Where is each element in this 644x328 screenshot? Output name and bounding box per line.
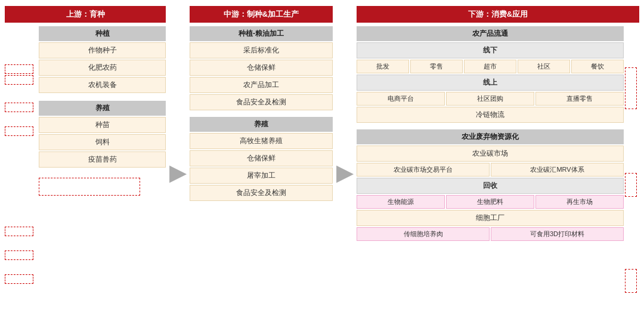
midstream-section2: 养殖 高牧生猪养殖 仓储保鲜 屠宰加工 食品安全及检测 bbox=[190, 117, 333, 201]
upstream-section2: 养殖 种苗 饲料 疫苗兽药 bbox=[39, 101, 166, 168]
cold-chain: 冷链物流 bbox=[357, 107, 624, 123]
midstream-header: 中游：制种&加工生产 bbox=[190, 6, 333, 23]
bracket-box-7 bbox=[5, 274, 33, 284]
offline-items-row: 批发 零售 超市 社区 餐饮 bbox=[357, 60, 624, 73]
online-item-2: 社区团购 bbox=[446, 92, 534, 106]
carbon-market: 农业碳市场 bbox=[357, 146, 624, 162]
bracket-box-5 bbox=[5, 227, 33, 236]
downstream-right-brackets bbox=[625, 26, 639, 322]
midstream-item-8: 食品安全及检测 bbox=[190, 185, 333, 201]
upstream-item-6: 疫苗兽药 bbox=[39, 151, 166, 168]
midstream-item-6: 仓储保鲜 bbox=[190, 150, 333, 166]
downstream-section2: 农业废弃物资源化 农业碳市场 农业碳市场交易平台 农业碳汇MRV体系 回收 生物… bbox=[357, 129, 624, 241]
midstream-s2-header: 养殖 bbox=[190, 117, 333, 132]
upstream-items: 种植 作物种子 化肥农药 农机装备 养殖 种苗 饲料 疫苗兽药 bbox=[39, 26, 166, 322]
online-items-row: 电商平台 社区团购 直播零售 bbox=[357, 92, 624, 106]
midstream-item-4: 食品安全及检测 bbox=[190, 94, 333, 110]
downstream-section1: 农产品流通 线下 批发 零售 超市 社区 餐饮 bbox=[357, 26, 624, 123]
recycle-item-3: 再生市场 bbox=[535, 195, 624, 209]
midstream-item-1: 采后标准化 bbox=[190, 42, 333, 58]
midstream-item-3: 农产品加工 bbox=[190, 77, 333, 93]
midstream-item-5: 高牧生猪养殖 bbox=[190, 133, 333, 149]
upstream-column: 上游：育种 bbox=[5, 6, 166, 322]
arrow-2: ▶ bbox=[333, 23, 357, 322]
carbon-row: 农业碳市场交易平台 农业碳汇MRV体系 bbox=[357, 163, 624, 177]
right-bracket-1 bbox=[625, 67, 637, 109]
bracket-box-3 bbox=[5, 103, 33, 112]
downstream-column: 下游：消费&应用 农产品流通 线下 批发 零售 超市 社区 bbox=[357, 6, 639, 322]
cell-factory: 细胞工厂 bbox=[357, 210, 624, 226]
cell-item-1: 传细胞培养肉 bbox=[357, 227, 490, 241]
midstream-item-2: 仓储保鲜 bbox=[190, 60, 333, 76]
arrow-1: ▶ bbox=[166, 23, 190, 322]
online-item-3: 直播零售 bbox=[535, 92, 624, 106]
offline-item-1: 批发 bbox=[357, 60, 409, 73]
columns-layout: 上游：育种 bbox=[5, 6, 639, 322]
bracket-box-6 bbox=[5, 250, 33, 260]
upstream-bottom-dashed bbox=[39, 178, 140, 196]
carbon-platform: 农业碳市场交易平台 bbox=[357, 163, 490, 177]
online-label: 线上 bbox=[357, 75, 624, 91]
downstream-header: 下游：消费&应用 bbox=[357, 6, 639, 23]
offline-item-5: 餐饮 bbox=[571, 60, 624, 73]
offline-item-2: 零售 bbox=[410, 60, 463, 73]
upstream-s2-header: 养殖 bbox=[39, 101, 166, 116]
upstream-item-1: 作物种子 bbox=[39, 42, 166, 58]
right-bracket-2 bbox=[625, 173, 637, 197]
bracket-box-4 bbox=[5, 126, 33, 136]
upstream-left-brackets bbox=[5, 26, 37, 322]
midstream-s1-header: 种植-粮油加工 bbox=[190, 26, 333, 41]
carbon-mrv: 农业碳汇MRV体系 bbox=[491, 163, 624, 177]
recycle-label: 回收 bbox=[357, 178, 624, 194]
recycle-item-2: 生物肥料 bbox=[446, 195, 534, 209]
bracket-box-2 bbox=[5, 75, 33, 85]
upstream-item-2: 化肥农药 bbox=[39, 60, 166, 76]
cell-items-row: 传细胞培养肉 可食用3D打印材料 bbox=[357, 227, 624, 241]
recycle-item-1: 生物能源 bbox=[357, 195, 445, 209]
midstream-items: 种植-粮油加工 采后标准化 仓储保鲜 农产品加工 食品安全及检测 养殖 高牧生猪… bbox=[190, 26, 333, 322]
big-arrow-1: ▶ bbox=[169, 161, 187, 184]
main-container: 上游：育种 bbox=[0, 0, 644, 328]
upstream-header: 上游：育种 bbox=[5, 6, 166, 23]
upstream-section1: 种植 作物种子 化肥农药 农机装备 bbox=[39, 26, 166, 93]
midstream-item-7: 屠宰加工 bbox=[190, 168, 333, 184]
upstream-item-4: 种苗 bbox=[39, 117, 166, 133]
cell-item-2: 可食用3D打印材料 bbox=[491, 227, 624, 241]
online-item-1: 电商平台 bbox=[357, 92, 445, 106]
right-bracket-3 bbox=[625, 269, 637, 293]
offline-item-3: 超市 bbox=[464, 60, 516, 73]
downstream-s1-header: 农产品流通 bbox=[357, 26, 624, 41]
downstream-s2-header: 农业废弃物资源化 bbox=[357, 129, 624, 144]
upstream-item-3: 农机装备 bbox=[39, 77, 166, 93]
downstream-items: 农产品流通 线下 批发 零售 超市 社区 餐饮 bbox=[357, 26, 624, 322]
big-arrow-2: ▶ bbox=[336, 161, 354, 184]
upstream-s1-header: 种植 bbox=[39, 26, 166, 41]
midstream-section1: 种植-粮油加工 采后标准化 仓储保鲜 农产品加工 食品安全及检测 bbox=[190, 26, 333, 110]
recycle-items-row: 生物能源 生物肥料 再生市场 bbox=[357, 195, 624, 209]
bracket-box-1 bbox=[5, 64, 33, 74]
offline-item-4: 社区 bbox=[518, 60, 570, 73]
upstream-item-5: 饲料 bbox=[39, 134, 166, 150]
midstream-column: 中游：制种&加工生产 种植-粮油加工 采后标准化 仓储保鲜 农产品加工 食品安全… bbox=[190, 6, 333, 322]
offline-label: 线下 bbox=[357, 42, 624, 58]
